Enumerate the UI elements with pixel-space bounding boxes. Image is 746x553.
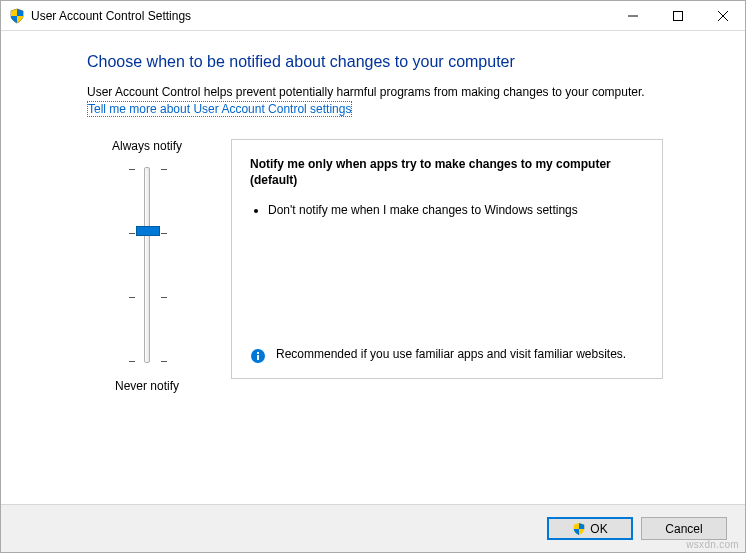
minimize-icon xyxy=(628,11,638,21)
slider-bottom-label: Never notify xyxy=(87,379,207,393)
ok-button-label: OK xyxy=(590,522,607,536)
cancel-button[interactable]: Cancel xyxy=(641,517,727,540)
svg-rect-1 xyxy=(673,11,682,20)
watermark: wsxdn.com xyxy=(686,539,739,550)
close-icon xyxy=(718,11,728,21)
minimize-button[interactable] xyxy=(610,1,655,31)
panel-footer: Recommended if you use familiar apps and… xyxy=(250,347,644,364)
cancel-button-label: Cancel xyxy=(665,522,702,536)
maximize-button[interactable] xyxy=(655,1,700,31)
panel-bullet: Don't notify me when I make changes to W… xyxy=(268,202,644,218)
panel-footer-text: Recommended if you use familiar apps and… xyxy=(276,347,626,361)
ok-button[interactable]: OK xyxy=(547,517,633,540)
slider-top-label: Always notify xyxy=(87,139,207,153)
titlebar: User Account Control Settings xyxy=(1,1,745,31)
dialog-footer: OK Cancel xyxy=(1,504,745,552)
content-area: Choose when to be notified about changes… xyxy=(1,31,745,403)
slider-thumb[interactable] xyxy=(136,226,160,236)
page-heading: Choose when to be notified about changes… xyxy=(87,53,719,71)
panel-bullet-list: Don't notify me when I make changes to W… xyxy=(268,202,644,218)
window-title: User Account Control Settings xyxy=(31,9,610,23)
slider-tick xyxy=(129,166,167,170)
svg-rect-5 xyxy=(257,355,259,360)
slider-tick xyxy=(129,358,167,362)
slider-tick xyxy=(129,294,167,298)
close-button[interactable] xyxy=(700,1,745,31)
main-section: Always notify Never notify Notify me onl… xyxy=(87,139,719,403)
slider-track xyxy=(144,167,150,363)
panel-title: Notify me only when apps try to make cha… xyxy=(250,156,644,188)
notification-slider-area: Always notify Never notify xyxy=(87,139,207,403)
notification-slider[interactable] xyxy=(87,163,207,367)
info-icon xyxy=(250,348,266,364)
page-description: User Account Control helps prevent poten… xyxy=(87,85,719,99)
maximize-icon xyxy=(673,11,683,21)
notification-description-panel: Notify me only when apps try to make cha… xyxy=(231,139,663,379)
uac-shield-icon xyxy=(572,522,586,536)
uac-shield-icon xyxy=(9,8,25,24)
svg-rect-6 xyxy=(257,352,259,354)
help-link[interactable]: Tell me more about User Account Control … xyxy=(87,101,352,117)
